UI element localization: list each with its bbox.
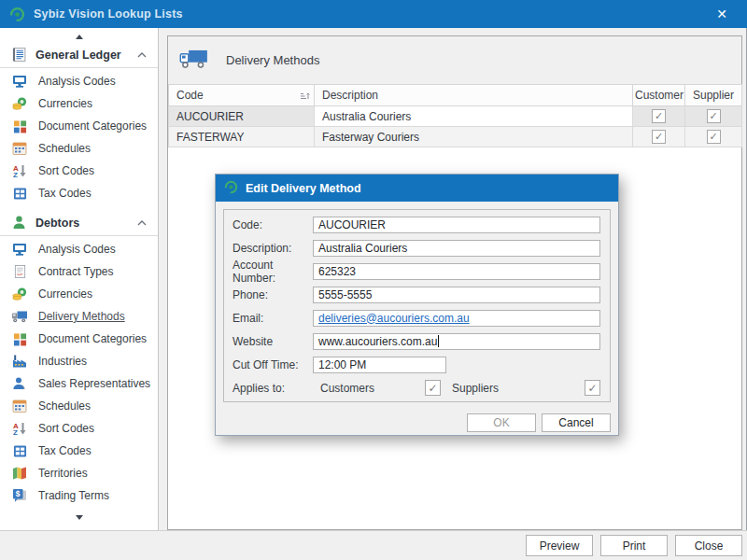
sidebar-item-tax-codes-debtors[interactable]: Tax Codes (0, 440, 158, 462)
sidebar-item-industries[interactable]: Industries (0, 350, 158, 372)
sidebar-item-schedules[interactable]: Schedules (0, 137, 158, 160)
cell-code[interactable]: FASTERWAY (169, 127, 315, 147)
sidebar-item-contract-types[interactable]: Contract Types (0, 260, 158, 283)
table-row[interactable]: AUCOURIER Australia Couriers ✓ ✓ (169, 106, 742, 127)
dollar-bubble-icon: $ (11, 488, 28, 503)
text-cursor (438, 335, 439, 347)
column-header-customer[interactable]: Customer (633, 85, 685, 106)
sidebar-group-general-ledger[interactable]: General Ledger (0, 42, 158, 67)
cell-description[interactable]: Fasterway Couriers (315, 127, 633, 147)
cut-off-time-label: Cut Off Time: (233, 358, 313, 371)
coins-icon (11, 287, 28, 301)
sybiz-logo-icon (9, 7, 25, 22)
sidebar-item-label: Currencies (38, 287, 92, 301)
sidebar-item-label: Schedules (38, 142, 91, 155)
sidebar-item-document-categories-debtors[interactable]: Document Categories (0, 328, 158, 350)
sidebar-item-label: Analysis Codes (38, 75, 116, 88)
sidebar-item-label: Currencies (38, 97, 92, 110)
checkbox-checked[interactable]: ✓ (652, 109, 666, 123)
cell-description[interactable]: Australia Couriers (315, 106, 633, 127)
contract-icon (11, 264, 28, 279)
sidebar-item-analysis-codes-debtors[interactable]: Analysis Codes (0, 238, 158, 260)
website-field[interactable]: www.aucouriers.com.au (313, 333, 600, 350)
edit-delivery-method-dialog: Edit Delivery Method Code: AUCOURIER Des… (215, 174, 619, 436)
cell-supplier[interactable]: ✓ (685, 106, 742, 127)
sidebar-item-currencies-debtors[interactable]: Currencies (0, 283, 158, 305)
close-button[interactable]: Close (675, 535, 742, 556)
calendar-icon (11, 141, 28, 156)
dialog-buttons: OK Cancel (216, 413, 611, 432)
sidebar-item-currencies[interactable]: Currencies (0, 92, 158, 115)
panel-header: Delivery Methods (168, 36, 741, 84)
sidebar-item-label: Territories (38, 467, 88, 480)
cell-customer[interactable]: ✓ (633, 106, 685, 127)
category-squares-icon (11, 332, 28, 346)
sidebar-item-label: Sales Representatives (38, 377, 150, 390)
column-header-description[interactable]: Description (315, 85, 633, 106)
description-field[interactable]: Australia Couriers (313, 240, 600, 257)
sidebar-item-label: Document Categories (38, 332, 147, 345)
suppliers-checkbox[interactable]: ✓ (585, 380, 600, 396)
email-field[interactable]: deliveries@aucouriers.com.au (313, 310, 600, 327)
grid-icon (11, 444, 28, 458)
divider (0, 235, 158, 236)
cut-off-time-field[interactable]: 12:00 PM (313, 357, 446, 373)
ok-button[interactable]: OK (467, 413, 536, 432)
cancel-button[interactable]: Cancel (542, 413, 611, 432)
scroll-down-icon[interactable] (0, 511, 158, 523)
monitor-icon (11, 74, 28, 89)
sidebar-item-sort-codes[interactable]: AZ Sort Codes (0, 160, 158, 182)
checkbox-checked[interactable]: ✓ (707, 109, 721, 123)
sidebar-item-label: Analysis Codes (38, 243, 116, 256)
sidebar-item-label: Tax Codes (38, 444, 92, 457)
cell-code[interactable]: AUCOURIER (169, 106, 315, 127)
sidebar-item-territories[interactable]: Territories (0, 462, 158, 484)
sidebar-item-trading-terms[interactable]: $ Trading Terms (0, 484, 158, 507)
chevron-up-icon (137, 52, 147, 58)
sybiz-logo-icon (224, 180, 238, 197)
cell-customer[interactable]: ✓ (633, 127, 685, 147)
checkbox-checked[interactable]: ✓ (707, 130, 721, 144)
code-field[interactable]: AUCOURIER (313, 217, 600, 233)
coins-icon (11, 96, 28, 111)
sidebar-item-label: Tax Codes (38, 187, 92, 200)
debtors-person-icon (9, 215, 28, 231)
sidebar-item-sort-codes-debtors[interactable]: AZ Sort Codes (0, 417, 158, 440)
description-label: Description: (233, 242, 313, 255)
column-header-label: Description (322, 89, 378, 102)
print-button[interactable]: Print (600, 535, 668, 556)
sidebar-item-schedules-debtors[interactable]: Schedules (0, 395, 158, 417)
truck-icon (11, 310, 28, 323)
account-number-field[interactable]: 625323 (313, 263, 600, 280)
sidebar-item-tax-codes[interactable]: Tax Codes (0, 182, 158, 204)
sidebar-item-label: Schedules (38, 399, 91, 413)
sidebar-group-debtors[interactable]: Debtors (0, 210, 158, 235)
sidebar-item-sales-representatives[interactable]: Sales Representatives (0, 372, 158, 395)
svg-text:Z: Z (13, 428, 18, 436)
table-row[interactable]: FASTERWAY Fasterway Couriers ✓ ✓ (169, 127, 742, 147)
sidebar-item-document-categories[interactable]: Document Categories (0, 115, 158, 137)
column-header-supplier[interactable]: Supplier (685, 85, 742, 106)
cell-supplier[interactable]: ✓ (685, 127, 742, 147)
sort-az-icon: AZ (11, 421, 28, 436)
close-icon[interactable]: ✕ (706, 0, 738, 28)
website-value: www.aucouriers.com.au (318, 335, 437, 348)
dialog-titlebar: Edit Delivery Method (216, 175, 618, 202)
sidebar-item-analysis-codes[interactable]: Analysis Codes (0, 70, 158, 92)
column-header-label: Code (176, 89, 204, 102)
sidebar-item-delivery-methods[interactable]: Delivery Methods (0, 305, 158, 328)
window-title: Sybiz Vision Lookup Lists (34, 7, 183, 21)
preview-button[interactable]: Preview (526, 535, 593, 556)
sidebar-item-label: Sort Codes (38, 422, 94, 435)
phone-field[interactable]: 5555-5555 (313, 287, 600, 303)
account-number-label: Account Number: (233, 259, 313, 285)
sidebar-item-label: Industries (38, 355, 87, 368)
person-icon (11, 376, 28, 391)
checkbox-checked[interactable]: ✓ (652, 130, 666, 144)
applies-to-label: Applies to: (233, 382, 313, 395)
column-header-code[interactable]: Code (169, 85, 315, 106)
scroll-up-icon[interactable] (0, 31, 158, 42)
delivery-methods-table: Code Description Customer Supplier AUCOU… (168, 84, 742, 147)
customers-checkbox[interactable]: ✓ (425, 380, 441, 396)
window-titlebar: Sybiz Vision Lookup Lists ✕ (0, 0, 747, 28)
